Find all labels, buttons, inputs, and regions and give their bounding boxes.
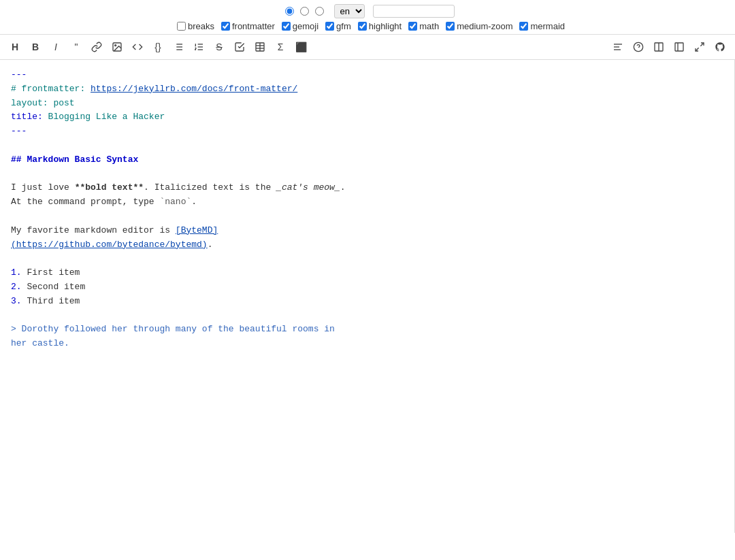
preview-only-button[interactable] <box>670 37 689 56</box>
fullscreen-button[interactable] <box>690 37 709 56</box>
format-bar: H B I " {} S Σ ⬛ <box>0 35 735 60</box>
bold-button[interactable]: B <box>26 37 45 56</box>
ordered-list-button[interactable] <box>189 37 208 56</box>
mode-tab-label[interactable] <box>315 7 326 16</box>
max-length-input[interactable] <box>373 5 455 18</box>
unordered-list-button[interactable] <box>169 37 188 56</box>
split-view-button[interactable] <box>649 37 668 56</box>
image-button[interactable] <box>108 37 127 56</box>
plugin-gemoji[interactable]: gemoji <box>282 21 318 31</box>
mode-split-label[interactable] <box>300 7 311 16</box>
quote-button[interactable]: " <box>67 37 86 56</box>
link-button[interactable] <box>87 37 106 56</box>
math-button[interactable]: Σ <box>271 37 290 56</box>
mode-row: en <box>7 4 728 18</box>
svg-rect-22 <box>675 43 683 51</box>
plugin-math[interactable]: math <box>408 21 439 31</box>
plugin-breaks[interactable]: breaks <box>177 21 214 31</box>
plugin-highlight[interactable]: highlight <box>358 21 402 31</box>
editor-pane[interactable]: --- # frontmatter: https://jekyllrb.com/… <box>0 60 735 533</box>
svg-line-25 <box>696 48 699 51</box>
align-button[interactable] <box>608 37 627 56</box>
editor-container: --- # frontmatter: https://jekyllrb.com/… <box>0 60 735 533</box>
svg-line-24 <box>700 43 704 46</box>
plugin-gfm[interactable]: gfm <box>325 21 351 31</box>
mode-auto-radio[interactable] <box>285 7 294 16</box>
heading-button[interactable]: H <box>5 37 24 56</box>
svg-point-1 <box>115 45 116 46</box>
plugin-medium-zoom[interactable]: medium-zoom <box>446 21 512 31</box>
plugins-row: breaks frontmatter gemoji gfm highlight … <box>7 21 728 31</box>
italic-button[interactable]: I <box>46 37 65 56</box>
table-button[interactable] <box>250 37 270 56</box>
codeblock-button[interactable]: {} <box>148 37 167 56</box>
code-button[interactable] <box>128 37 147 56</box>
diagram-button[interactable]: ⬛ <box>291 37 311 56</box>
locale-select[interactable]: en <box>334 4 365 18</box>
github-button[interactable] <box>710 37 730 56</box>
mode-auto-label[interactable] <box>285 7 296 16</box>
top-bar: en breaks frontmatter gemoji gfm highlig… <box>0 0 735 35</box>
strikethrough-button[interactable]: S <box>210 37 229 56</box>
plugin-mermaid[interactable]: mermaid <box>519 21 565 31</box>
toolbar-right <box>608 37 730 56</box>
mode-split-radio[interactable] <box>300 7 309 16</box>
plugin-frontmatter[interactable]: frontmatter <box>221 21 275 31</box>
help-button[interactable] <box>629 37 648 56</box>
task-list-button[interactable] <box>230 37 249 56</box>
mode-tab-radio[interactable] <box>315 7 324 16</box>
